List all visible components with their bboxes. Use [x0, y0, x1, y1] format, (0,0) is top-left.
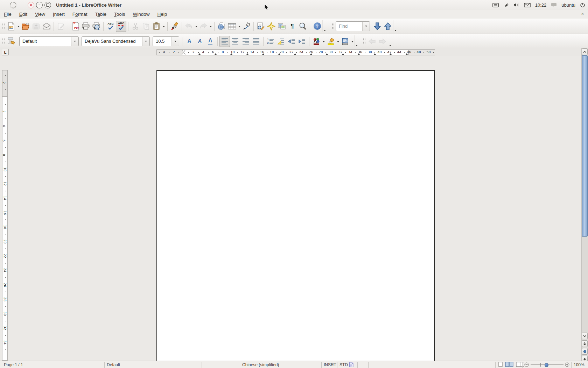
vertical-scrollbar[interactable] — [581, 48, 588, 361]
menu-edit[interactable]: Edit — [15, 11, 31, 18]
formatting-marks-button[interactable]: ¶ — [287, 21, 298, 32]
font-name-combobox[interactable]: DejaVu Sans Condensed — [82, 36, 150, 46]
next-button[interactable] — [377, 36, 388, 47]
clone-formatting-button[interactable] — [169, 21, 180, 32]
page-style-status[interactable]: Default — [107, 361, 120, 368]
find-combobox[interactable]: Find — [336, 21, 370, 31]
spellcheck-button[interactable]: ABC — [105, 21, 116, 32]
edit-mode-button[interactable] — [56, 21, 66, 32]
single-page-view-button[interactable] — [498, 362, 503, 368]
toolbar-grip[interactable] — [363, 38, 365, 45]
selection-mode-status[interactable]: STD — [340, 361, 348, 368]
underline-button[interactable]: A — [205, 36, 216, 47]
font-size-dropdown[interactable] — [172, 37, 179, 46]
auto-spellcheck-button[interactable]: ABC — [116, 21, 126, 32]
zoom-button[interactable] — [298, 21, 308, 32]
increase-indent-button[interactable] — [297, 36, 307, 47]
menu-table[interactable]: Table — [91, 11, 110, 18]
menu-insert[interactable]: Insert — [49, 11, 69, 18]
horizontal-ruler[interactable]: 4224681012141618202224262830323436384042… — [156, 49, 435, 55]
menu-window[interactable]: Window — [129, 11, 153, 18]
gallery-button[interactable] — [276, 21, 287, 32]
insert-mode-status[interactable]: INSRT — [324, 361, 336, 368]
menu-format[interactable]: Format — [69, 11, 91, 18]
window-maximize-button[interactable] — [44, 2, 51, 8]
paragraph-style-dropdown[interactable] — [71, 37, 78, 46]
zoom-slider[interactable] — [531, 361, 564, 368]
align-right-button[interactable] — [240, 36, 251, 47]
paragraph-style-combobox[interactable]: Default — [19, 36, 79, 46]
styles-button[interactable] — [6, 36, 16, 47]
messaging-icon[interactable] — [551, 2, 557, 7]
find-toolbar-grip[interactable] — [332, 22, 334, 30]
find-dropdown[interactable] — [362, 22, 370, 31]
cut-button[interactable] — [130, 21, 141, 32]
font-name-dropdown[interactable] — [142, 37, 149, 46]
find-next-button[interactable] — [372, 21, 383, 32]
volume-icon[interactable] — [513, 2, 519, 7]
previous-page-button[interactable] — [582, 340, 588, 347]
open-button[interactable] — [20, 21, 31, 32]
insert-table-button[interactable] — [227, 21, 237, 32]
hyperlink-button[interactable] — [216, 21, 227, 32]
paste-dropdown[interactable] — [162, 21, 166, 32]
zoom-out-button[interactable] — [524, 361, 529, 368]
tab-stop-selector[interactable]: L — [2, 49, 9, 55]
email-button[interactable] — [41, 21, 52, 32]
insert-table-dropdown[interactable] — [237, 21, 241, 32]
multi-page-view-button[interactable] — [505, 362, 513, 368]
redo-dropdown[interactable] — [209, 21, 212, 32]
highlighting-button[interactable] — [326, 36, 336, 47]
scroll-up-button[interactable] — [582, 48, 588, 55]
network-icon[interactable] — [503, 2, 509, 8]
navigation-button[interactable] — [582, 348, 588, 355]
align-left-button[interactable] — [219, 36, 230, 47]
bullet-list-button[interactable] — [276, 36, 286, 47]
print-preview-button[interactable] — [91, 21, 102, 32]
toolbar-grip[interactable] — [2, 38, 5, 45]
menu-help[interactable]: Help — [153, 11, 171, 18]
bold-button[interactable]: A — [184, 36, 195, 47]
toolbar-grip[interactable] — [2, 22, 5, 30]
session-user[interactable]: ubuntu — [561, 2, 575, 8]
zoom-in-button[interactable] — [565, 361, 569, 368]
previous-button[interactable] — [367, 36, 377, 47]
page[interactable] — [156, 70, 435, 361]
scroll-down-button[interactable] — [582, 333, 588, 339]
paste-button[interactable] — [151, 21, 162, 32]
toolbar-overflow-button[interactable] — [322, 20, 327, 32]
help-button[interactable]: ? — [312, 21, 322, 32]
document-close-button[interactable]: × — [581, 11, 584, 16]
menu-view[interactable]: View — [31, 11, 49, 18]
zoom-slider-thumb[interactable] — [545, 363, 548, 367]
new-document-dropdown[interactable] — [16, 21, 20, 32]
page-number-status[interactable]: Page 1 / 1 — [4, 361, 23, 368]
font-color-dropdown[interactable] — [322, 36, 326, 47]
export-pdf-button[interactable]: PDF — [70, 21, 80, 32]
find-toolbar-overflow-button[interactable] — [393, 20, 398, 32]
highlighting-dropdown[interactable] — [336, 36, 340, 47]
toolbar-overflow-button[interactable] — [388, 35, 392, 47]
font-color-button[interactable] — [311, 36, 322, 47]
indent-marker[interactable] — [182, 50, 186, 55]
toolbar-overflow-button[interactable] — [354, 35, 359, 47]
find-replace-button[interactable] — [255, 21, 266, 32]
new-document-button[interactable] — [6, 21, 16, 32]
print-button[interactable] — [80, 21, 91, 32]
clock[interactable]: 10:22 — [535, 2, 547, 8]
menu-tools[interactable]: Tools — [110, 11, 129, 18]
window-close-button[interactable]: × — [28, 2, 34, 8]
window-minimize-button[interactable]: − — [36, 2, 43, 8]
vertical-ruler[interactable]: 2246810121416182022242628303234 — [2, 70, 8, 361]
draw-functions-button[interactable] — [241, 21, 252, 32]
paragraph-background-dropdown[interactable] — [350, 36, 354, 47]
numbered-list-button[interactable]: 12 — [265, 36, 276, 47]
italic-button[interactable]: A — [195, 36, 205, 47]
zoom-percentage[interactable]: 100% — [574, 361, 584, 368]
paragraph-background-button[interactable] — [340, 36, 350, 47]
decrease-indent-button[interactable] — [286, 36, 297, 47]
ubuntu-logo-icon[interactable] — [10, 2, 16, 8]
document-modified-icon[interactable] — [349, 361, 354, 368]
power-icon[interactable] — [580, 2, 585, 8]
copy-button[interactable] — [141, 21, 151, 32]
